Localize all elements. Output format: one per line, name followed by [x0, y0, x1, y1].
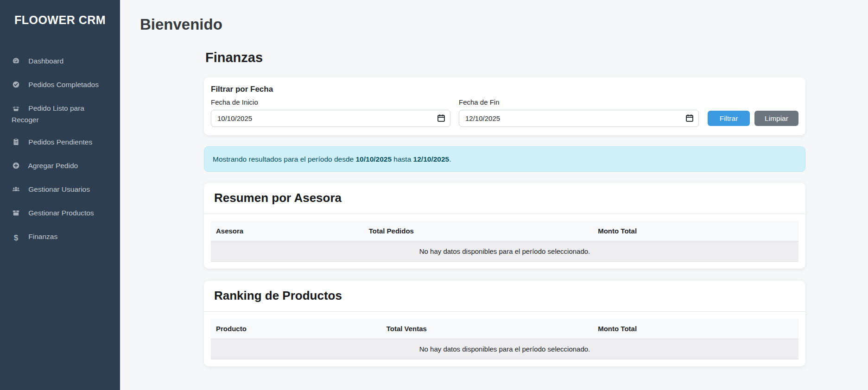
asesora-empty-message: No hay datos disponibles para el período…	[211, 241, 798, 262]
productos-empty-row: No hay datos disponibles para el período…	[211, 339, 798, 359]
productos-card-header: Ranking de Productos	[204, 281, 805, 312]
end-date-input[interactable]	[459, 110, 699, 127]
productos-card-title: Ranking de Productos	[214, 289, 795, 303]
main-content: Bienvenido Finanzas Filtrar por Fecha Fe…	[120, 0, 868, 390]
column-asesora: Asesora	[211, 221, 364, 241]
column-producto: Producto	[211, 319, 381, 339]
app-title: FLOOWER CRM	[0, 12, 120, 28]
productos-card-body: Producto Total Ventas Monto Total No hay…	[204, 312, 805, 366]
column-total-ventas: Total Ventas	[381, 319, 593, 339]
asesora-card-title: Resumen por Asesora	[214, 191, 795, 205]
sidebar-item-label: Agregar Pedido	[28, 162, 78, 170]
calendar-icon[interactable]	[685, 114, 694, 122]
productos-table-header-row: Producto Total Ventas Monto Total	[211, 319, 798, 339]
plus-circle-icon	[12, 162, 20, 172]
start-date-field: Fecha de Inicio	[211, 98, 450, 127]
sidebar-item-agregar-pedido[interactable]: Agregar Pedido	[0, 155, 120, 178]
end-date-input-wrap	[459, 110, 699, 127]
sidebar-item-label: Pedido Listo para Recoger	[12, 104, 84, 124]
limpiar-button[interactable]: Limpiar	[754, 111, 798, 126]
sidebar-item-gestionar-productos[interactable]: Gestionar Productos	[0, 202, 120, 225]
column-monto-total: Monto Total	[593, 221, 798, 241]
asesora-summary-card: Resumen por Asesora Asesora Total Pedido…	[204, 183, 805, 269]
sidebar-item-label: Gestionar Usuarios	[28, 185, 90, 193]
gauge-icon	[12, 57, 20, 68]
productos-table: Producto Total Ventas Monto Total No hay…	[211, 319, 798, 359]
box-icon	[12, 209, 20, 220]
asesora-empty-row: No hay datos disponibles para el período…	[211, 241, 798, 262]
filter-row: Fecha de Inicio Fecha de Fin	[211, 98, 798, 127]
sidebar-item-finanzas[interactable]: $ Finanzas	[0, 226, 120, 249]
sidebar: FLOOWER CRM Dashboard Pedidos Completado…	[0, 0, 120, 390]
results-alert: Mostrando resultados para el período des…	[204, 146, 805, 172]
date-filter-card: Filtrar por Fecha Fecha de Inicio Fecha …	[204, 77, 805, 135]
calendar-icon[interactable]	[437, 114, 445, 122]
users-icon	[12, 185, 20, 196]
column-monto-total: Monto Total	[593, 319, 798, 339]
page-title: Bienvenido	[140, 16, 868, 33]
results-alert-text: Mostrando resultados para el período des…	[213, 155, 451, 164]
filter-buttons: Filtrar Limpiar	[708, 111, 798, 126]
finanzas-title: Finanzas	[205, 50, 805, 65]
sidebar-item-gestionar-usuarios[interactable]: Gestionar Usuarios	[0, 179, 120, 201]
end-date-field: Fecha de Fin	[459, 98, 699, 127]
alert-start-date: 10/10/2025	[355, 155, 392, 163]
productos-empty-message: No hay datos disponibles para el período…	[211, 339, 798, 359]
sidebar-item-label: Dashboard	[28, 57, 63, 65]
productos-ranking-card: Ranking de Productos Producto Total Vent…	[204, 281, 805, 366]
box-open-icon	[12, 104, 20, 115]
end-date-label: Fecha de Fin	[459, 98, 699, 106]
sidebar-item-label: Finanzas	[28, 233, 57, 240]
asesora-card-header: Resumen por Asesora	[204, 183, 805, 214]
start-date-label: Fecha de Inicio	[211, 98, 450, 106]
asesora-card-body: Asesora Total Pedidos Monto Total No hay…	[204, 214, 805, 269]
sidebar-item-label: Gestionar Productos	[28, 209, 94, 217]
alert-end-date: 12/10/2025	[413, 155, 450, 163]
clipboard-list-icon	[12, 138, 20, 149]
asesora-table: Asesora Total Pedidos Monto Total No hay…	[211, 221, 798, 262]
sidebar-item-label: Pedidos Pendientes	[28, 138, 92, 146]
filter-card-title: Filtrar por Fecha	[211, 85, 798, 94]
app-root: FLOOWER CRM Dashboard Pedidos Completado…	[0, 0, 868, 390]
check-circle-icon	[12, 81, 20, 91]
sidebar-item-dashboard[interactable]: Dashboard	[0, 50, 120, 73]
start-date-input-wrap	[211, 110, 450, 127]
finanzas-section: Finanzas Filtrar por Fecha Fecha de Inic…	[204, 50, 805, 366]
sidebar-item-label: Pedidos Completados	[28, 81, 99, 88]
sidebar-nav: Dashboard Pedidos Completados Pedido Lis…	[0, 50, 120, 249]
sidebar-item-pedido-listo[interactable]: Pedido Listo para Recoger	[0, 98, 120, 131]
sidebar-item-pedidos-completados[interactable]: Pedidos Completados	[0, 74, 120, 97]
filtrar-button[interactable]: Filtrar	[708, 111, 750, 126]
dollar-icon: $	[12, 233, 20, 243]
column-total-pedidos: Total Pedidos	[364, 221, 593, 241]
sidebar-item-pedidos-pendientes[interactable]: Pedidos Pendientes	[0, 132, 120, 154]
asesora-table-header-row: Asesora Total Pedidos Monto Total	[211, 221, 798, 241]
start-date-input[interactable]	[211, 110, 450, 127]
